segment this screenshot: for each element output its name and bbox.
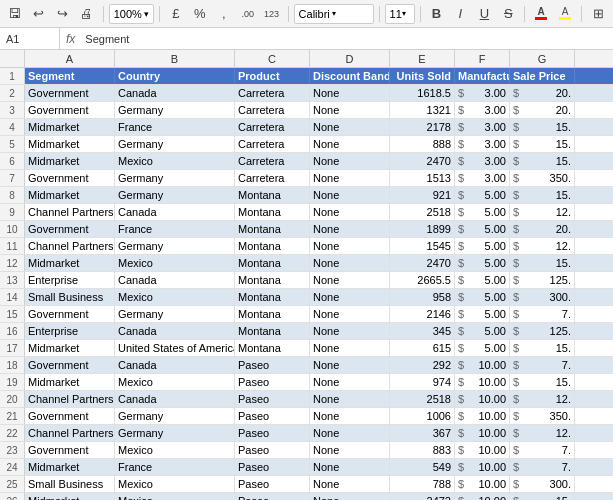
cell[interactable]: Germany [115,408,235,424]
cell[interactable]: None [310,357,390,373]
italic-button[interactable]: I [449,3,471,25]
cell-mfg[interactable]: $ 5.00 [455,306,510,322]
cell[interactable]: Carretera [235,136,310,152]
cell[interactable]: None [310,408,390,424]
table-row[interactable]: 22Channel PartnersGermanyPaseoNone367$ 1… [0,425,613,442]
cell-units[interactable]: 958 [390,289,455,305]
cell-units[interactable]: 974 [390,374,455,390]
cell[interactable]: None [310,255,390,271]
table-row[interactable]: 13EnterpriseCanadaMontanaNone2665.5$ 5.0… [0,272,613,289]
cell[interactable]: Midmarket [25,493,115,500]
cell[interactable]: None [310,85,390,101]
table-row[interactable]: 26MidmarketMexicoPaseoNone2472$ 10.00$ 1… [0,493,613,500]
cell-mfg[interactable]: $ 10.00 [455,391,510,407]
cell-mfg[interactable]: $ 3.00 [455,85,510,101]
cell[interactable]: None [310,170,390,186]
cell[interactable]: Germany [115,187,235,203]
cell[interactable]: Carretera [235,153,310,169]
cell-units[interactable]: 2518 [390,204,455,220]
cell[interactable]: Mexico [115,289,235,305]
cell-mfg[interactable]: $ 10.00 [455,425,510,441]
cell[interactable]: None [310,238,390,254]
cell[interactable]: Paseo [235,442,310,458]
cell[interactable]: Midmarket [25,459,115,475]
cell-name-box[interactable]: A1 [0,28,60,50]
cell[interactable]: None [310,102,390,118]
cell[interactable]: None [310,204,390,220]
cell-units[interactable]: 1545 [390,238,455,254]
cell[interactable]: Carretera [235,170,310,186]
currency-button[interactable]: £ [165,3,187,25]
formula-content[interactable]: Segment [81,33,613,45]
cell[interactable]: Enterprise [25,323,115,339]
cell-sale[interactable]: $ 15. [510,119,575,135]
cell-mfg[interactable]: $ 10.00 [455,459,510,475]
cell[interactable]: Canada [115,204,235,220]
cell-mfg[interactable]: $ 5.00 [455,323,510,339]
table-row[interactable]: 16EnterpriseCanadaMontanaNone345$ 5.00$ … [0,323,613,340]
cell-sale[interactable]: $ 350. [510,170,575,186]
save-icon[interactable]: 🖫 [4,3,26,25]
table-row[interactable]: 18GovernmentCanadaPaseoNone292$ 10.00$ 7… [0,357,613,374]
cell-mfg[interactable]: $ 5.00 [455,289,510,305]
cell[interactable]: Montana [235,340,310,356]
cell[interactable]: Channel Partners [25,204,115,220]
strikethrough-button[interactable]: S [497,3,519,25]
redo-icon[interactable]: ↪ [52,3,74,25]
cell[interactable]: Government [25,408,115,424]
cell[interactable]: Midmarket [25,153,115,169]
cell[interactable]: Montana [235,221,310,237]
cell[interactable]: None [310,119,390,135]
cell[interactable]: Carretera [235,119,310,135]
cell[interactable]: Montana [235,323,310,339]
cell[interactable]: Government [25,221,115,237]
cell-sale[interactable]: $ 20. [510,85,575,101]
cell-units[interactable]: 292 [390,357,455,373]
cell-units[interactable]: 1321 [390,102,455,118]
cell[interactable]: Canada [115,85,235,101]
cell[interactable]: None [310,442,390,458]
cell[interactable]: Midmarket [25,187,115,203]
cell-sale[interactable]: $ 15. [510,340,575,356]
cell[interactable]: Germany [115,136,235,152]
cell[interactable]: None [310,425,390,441]
cell[interactable]: Montana [235,187,310,203]
cell-sale[interactable]: $ 15. [510,493,575,500]
cell[interactable]: Canada [115,391,235,407]
cell[interactable]: None [310,221,390,237]
table-row[interactable]: 24MidmarketFrancePaseoNone549$ 10.00$ 7. [0,459,613,476]
cell[interactable]: Canada [115,323,235,339]
cell-units[interactable]: 788 [390,476,455,492]
cell[interactable]: United States of America [115,340,235,356]
cell-sale[interactable]: $ 15. [510,374,575,390]
cell[interactable]: None [310,306,390,322]
cell[interactable]: Mexico [115,442,235,458]
cell[interactable]: Paseo [235,493,310,500]
cell[interactable]: Montana [235,204,310,220]
cell-sale[interactable]: $ 7. [510,306,575,322]
cell[interactable]: Germany [115,306,235,322]
cell[interactable]: None [310,289,390,305]
col-header-f[interactable]: F [455,50,510,67]
table-row[interactable]: 11Channel PartnersGermanyMontanaNone1545… [0,238,613,255]
cell-mfg[interactable]: $ 3.00 [455,136,510,152]
cell[interactable]: Paseo [235,374,310,390]
cell-units[interactable]: 1899 [390,221,455,237]
cell-units[interactable]: 2518 [390,391,455,407]
cell[interactable]: None [310,340,390,356]
cell-sale[interactable]: $ 15. [510,187,575,203]
cell[interactable]: Paseo [235,459,310,475]
cell-units[interactable]: 549 [390,459,455,475]
cell[interactable]: None [310,187,390,203]
cell[interactable]: Government [25,170,115,186]
font-color-button[interactable]: A [530,3,552,25]
cell[interactable]: None [310,272,390,288]
cell-units[interactable]: 615 [390,340,455,356]
cell[interactable]: Germany [115,425,235,441]
cell-sale[interactable]: $ 125. [510,272,575,288]
table-row[interactable]: 1SegmentCountryProductDiscount BandUnits… [0,68,613,85]
cell[interactable]: Government [25,85,115,101]
cell-sale[interactable]: $ 7. [510,459,575,475]
cell[interactable]: Channel Partners [25,391,115,407]
table-row[interactable]: 12MidmarketMexicoMontanaNone2470$ 5.00$ … [0,255,613,272]
